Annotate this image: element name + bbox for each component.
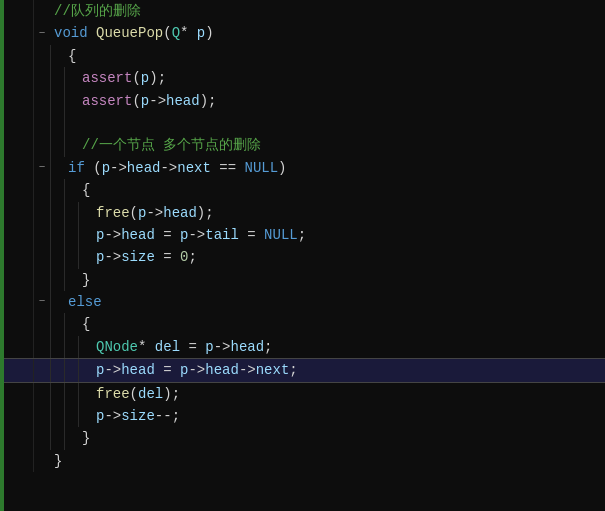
arrow2: -> (160, 157, 177, 179)
arrow: -> (149, 90, 166, 112)
fold-btn-if[interactable]: − (34, 157, 50, 179)
null-kw2: NULL (264, 224, 298, 246)
line-11: p->head = p->tail = NULL; (4, 224, 605, 246)
line-10: free(p->head); (4, 202, 605, 224)
line-2: − void QueuePop(Q* p) (4, 22, 605, 44)
close-brace2: } (82, 427, 90, 449)
op-assign2: = (239, 224, 264, 246)
arrow: -> (146, 202, 163, 224)
code-content: p->head = p->head->next; (92, 359, 605, 381)
line-4: assert(p); (4, 67, 605, 89)
fold-btn-empty (34, 134, 50, 156)
fold-btn-empty (34, 246, 50, 268)
line-number (4, 450, 34, 472)
code-content: if (p->head->next == NULL) (64, 157, 605, 179)
semi2: ; (188, 246, 196, 268)
line-5: assert(p->head); (4, 90, 605, 112)
var-p: p (102, 157, 110, 179)
line-1: //队列的删除 (4, 0, 605, 22)
line-number (4, 405, 34, 427)
var-p5: p (96, 359, 104, 381)
op-star2: * (138, 336, 155, 358)
null-keyword: NULL (244, 157, 278, 179)
code-content: p->size--; (92, 405, 605, 427)
param-p: p (197, 22, 205, 44)
paren: ( (132, 90, 140, 112)
param-p: p (141, 67, 149, 89)
code-content: { (78, 313, 605, 335)
op-assign: = (155, 224, 180, 246)
fold-btn-empty (34, 67, 50, 89)
line-14: − else (4, 291, 605, 313)
arrow2: -> (188, 224, 205, 246)
line-17-highlighted: p->head = p->head->next; (4, 358, 605, 382)
var-head3: head (230, 336, 264, 358)
var-p7: p (96, 405, 104, 427)
close-semi2: ); (163, 383, 180, 405)
fold-btn-empty (34, 224, 50, 246)
op-eq: == (211, 157, 245, 179)
fold-btn-empty (34, 313, 50, 335)
line-number (4, 90, 34, 112)
code-content: assert(p); (78, 67, 605, 89)
line-18: free(del); (4, 383, 605, 405)
code-content: void QueuePop(Q* p) (50, 22, 605, 44)
close-brace1: } (82, 269, 90, 291)
fold-btn-empty (34, 202, 50, 224)
line-16: QNode* del = p->head; (4, 336, 605, 358)
fn-free: free (96, 202, 130, 224)
var-del2: del (138, 383, 163, 405)
fold-btn-foldable[interactable]: − (34, 22, 50, 44)
fold-btn-empty (34, 336, 50, 358)
param-p2: p (141, 90, 149, 112)
close-semi: ); (197, 202, 214, 224)
semi: ; (298, 224, 306, 246)
paren: ( (132, 67, 140, 89)
line-number (4, 134, 34, 156)
arrow3: -> (104, 246, 121, 268)
line-9: { (4, 179, 605, 201)
line-number (4, 291, 34, 313)
line-number (4, 246, 34, 268)
line-19: p->size--; (4, 405, 605, 427)
line-number (4, 269, 34, 291)
paren: ( (163, 22, 171, 44)
code-content: assert(p->head); (78, 90, 605, 112)
op-star: * (180, 22, 197, 44)
semi4: ; (289, 359, 297, 381)
fold-btn-else[interactable]: − (34, 291, 50, 313)
line-number (4, 67, 34, 89)
op-dec: --; (155, 405, 180, 427)
var-size2: size (121, 405, 155, 427)
fold-btn (34, 0, 50, 22)
code-content: p->head = p->tail = NULL; (92, 224, 605, 246)
var-head: head (127, 157, 161, 179)
code-content: //队列的删除 (50, 0, 605, 22)
num-zero: 0 (180, 246, 188, 268)
close-main-brace: } (54, 450, 62, 472)
fold-btn-empty (34, 359, 50, 381)
comment: //队列的删除 (54, 0, 141, 22)
var-p4: p (205, 336, 213, 358)
op-assign5: = (155, 359, 180, 381)
var-next: next (256, 359, 290, 381)
keyword-if: if (68, 157, 93, 179)
arrow: -> (104, 224, 121, 246)
arrow7: -> (239, 359, 256, 381)
code-content: } (78, 269, 605, 291)
fold-btn-empty (34, 405, 50, 427)
paren: ( (93, 157, 101, 179)
open-brace3: { (82, 313, 90, 335)
open-brace: { (68, 45, 76, 67)
code-content: { (64, 45, 605, 67)
fold-btn-empty (34, 45, 50, 67)
code-editor: //队列的删除 − void QueuePop(Q* p) { (0, 0, 605, 511)
code-content: } (78, 427, 605, 449)
line-number (4, 157, 34, 179)
semi3: ; (264, 336, 272, 358)
keyword-void: void (54, 22, 96, 44)
line-3: { (4, 45, 605, 67)
keyword-else: else (68, 291, 102, 313)
var-p6: p (180, 359, 188, 381)
fold-btn-empty (34, 112, 50, 134)
